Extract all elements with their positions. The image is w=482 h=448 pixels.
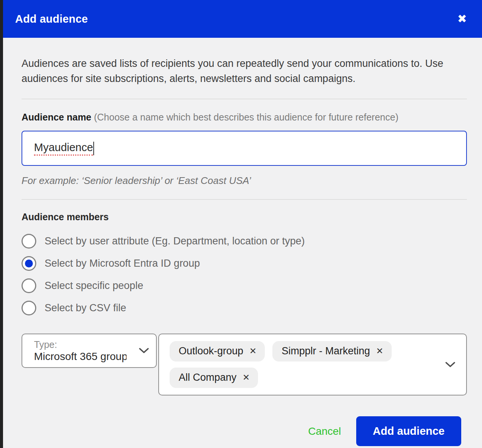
radio-select-specific-people[interactable]: Select specific people (22, 278, 467, 293)
group-type-dropdown[interactable]: Type: Microsoft 365 group (22, 334, 157, 368)
radio-select-by-user-attribute[interactable]: Select by user attribute (Eg. Department… (22, 234, 467, 249)
audience-name-label-row: Audience name (Choose a name which best … (22, 112, 467, 123)
dialog-description: Audiences are saved lists of recipients … (22, 56, 467, 86)
divider (22, 99, 467, 99)
radio-icon (22, 234, 36, 249)
remove-chip-icon[interactable]: ✕ (249, 347, 256, 355)
radio-icon (22, 256, 36, 271)
remove-chip-icon[interactable]: ✕ (376, 347, 383, 355)
group-type-label: Type: (34, 339, 139, 350)
chevron-down-icon (445, 361, 456, 368)
radio-select-by-csv-file[interactable]: Select by CSV file (22, 301, 467, 315)
radio-icon (22, 301, 36, 315)
radio-icon (22, 278, 36, 293)
remove-chip-icon[interactable]: ✕ (243, 373, 250, 382)
chip-outlook-group: Outlook-group ✕ (170, 341, 265, 361)
group-type-value: Microsoft 365 group (34, 350, 127, 363)
audience-name-value: Myaudience (34, 141, 93, 156)
dialog-title: Add audience (15, 13, 88, 25)
audience-name-example: For example: ‘Senior leadership’ or ‘Eas… (22, 175, 467, 187)
dialog-footer: Cancel Add audience (22, 416, 467, 446)
chip-all-company: All Company ✕ (170, 368, 258, 388)
group-type-texts: Type: Microsoft 365 group (34, 339, 139, 363)
chip-label: All Company (179, 372, 236, 383)
audience-members-label: Audience members (22, 212, 467, 222)
cancel-button[interactable]: Cancel (308, 425, 341, 437)
page-edge-strip (0, 0, 3, 448)
audience-name-hint: (Choose a name which best describes this… (94, 112, 399, 122)
chip-label: Simpplr - Marketing (281, 345, 370, 357)
divider (22, 199, 467, 200)
close-icon[interactable]: ✖ (457, 13, 467, 25)
audience-members-options: Select by user attribute (Eg. Department… (22, 234, 467, 315)
add-audience-button[interactable]: Add audience (356, 416, 461, 446)
chevron-down-icon (139, 348, 149, 354)
group-multiselect[interactable]: Outlook-group ✕ Simpplr - Marketing ✕ Al… (158, 334, 467, 395)
chip-label: Outlook-group (179, 345, 243, 357)
group-picker-row: Type: Microsoft 365 group Outlook-group … (22, 334, 467, 395)
audience-name-input[interactable]: Myaudience (22, 131, 467, 166)
chip-simpplr-marketing: Simpplr - Marketing ✕ (272, 341, 391, 361)
dialog-header: Add audience ✖ (3, 0, 482, 38)
radio-select-by-entra-id-group[interactable]: Select by Microsoft Entra ID group (22, 256, 467, 271)
text-caret (93, 142, 94, 155)
add-audience-dialog: Add audience ✖ Audiences are saved lists… (3, 0, 482, 448)
dialog-body: Audiences are saved lists of recipients … (3, 38, 482, 446)
audience-name-label: Audience name (22, 112, 91, 122)
